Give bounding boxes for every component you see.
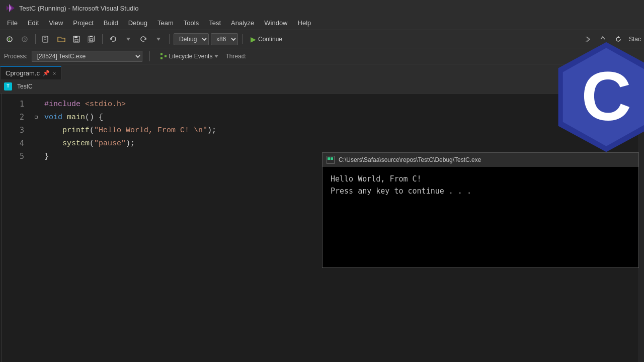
- debug-toolbar: Process: [28524] TestC.exe Lifecycle Eve…: [0, 48, 644, 64]
- thread-label: Thread:: [225, 53, 246, 60]
- line-num-2: 2: [20, 111, 24, 124]
- redo-button[interactable]: [137, 33, 150, 46]
- project-icon: T: [4, 82, 12, 90]
- continue-label: Continue: [258, 36, 282, 43]
- line-num-5: 5: [20, 150, 24, 163]
- navigate-forward-button[interactable]: [18, 33, 31, 46]
- collapse-gutter: ⊟: [32, 94, 40, 362]
- navigate-back-button[interactable]: [3, 33, 16, 46]
- vs-logo-icon: [6, 4, 15, 13]
- tab-pin-button[interactable]: 📌: [43, 70, 50, 76]
- line-num-3: 3: [20, 124, 24, 137]
- new-file-button[interactable]: [40, 33, 53, 46]
- debug-sep: [149, 51, 150, 61]
- c-logo-container: C: [548, 39, 644, 155]
- console-body: Hello World, From C! Press any key to co…: [323, 167, 638, 267]
- svg-rect-7: [75, 39, 78, 42]
- tab-close-button[interactable]: ×: [53, 70, 56, 76]
- open-file-button[interactable]: [55, 33, 68, 46]
- undo-dropdown-button[interactable]: [122, 33, 135, 46]
- process-dropdown[interactable]: [28524] TestC.exe: [32, 51, 142, 62]
- save-all-button[interactable]: [85, 33, 98, 46]
- svg-text:C: C: [581, 57, 631, 135]
- gutter-line-2[interactable]: ⊟: [35, 111, 38, 124]
- title-bar: TestC (Running) - Microsoft Visual Studi…: [0, 0, 644, 16]
- tab-filename: Cprogram.c: [6, 69, 40, 77]
- menu-bar: File Edit View Project Build Debug Team …: [0, 16, 644, 30]
- svg-rect-6: [74, 36, 77, 38]
- c-logo-svg: C: [548, 39, 644, 155]
- menu-debug[interactable]: Debug: [123, 17, 152, 29]
- menu-window[interactable]: Window: [259, 17, 292, 29]
- menu-project[interactable]: Project: [68, 17, 98, 29]
- svg-rect-15: [328, 157, 330, 160]
- svg-rect-14: [165, 55, 167, 57]
- toolbar: Debug x86 ▶ Continue Stac: [0, 30, 644, 48]
- play-icon: ▶: [251, 35, 256, 43]
- console-title-path: C:\Users\Safaa\source\repos\TestC\Debug\…: [339, 156, 634, 163]
- toolbar-sep-4: [242, 34, 243, 44]
- line-numbers: 1 2 3 4 5: [2, 94, 32, 362]
- menu-edit[interactable]: Edit: [23, 17, 44, 29]
- menu-file[interactable]: File: [2, 17, 23, 29]
- toolbar-sep-1: [35, 34, 36, 44]
- console-window: C:\Users\Safaa\source\repos\TestC\Debug\…: [322, 152, 639, 268]
- console-line-2: Press any key to continue . . .: [331, 185, 630, 197]
- console-icon: [327, 156, 335, 164]
- svg-rect-10: [90, 36, 93, 37]
- console-line-1: Hello World, From C!: [331, 173, 630, 185]
- svg-rect-11: [90, 39, 93, 41]
- svg-rect-13: [160, 57, 163, 59]
- svg-point-1: [22, 37, 27, 42]
- tab-bar: Cprogram.c 📌 ×: [0, 64, 644, 79]
- menu-analyze[interactable]: Analyze: [226, 17, 259, 29]
- editor-area: Cprogram.c 📌 × T TestC (Global Scope) 1 …: [0, 64, 644, 362]
- toolbar-sep-3: [169, 34, 170, 44]
- menu-test[interactable]: Test: [204, 17, 226, 29]
- menu-tools[interactable]: Tools: [179, 17, 204, 29]
- svg-point-0: [7, 37, 12, 42]
- line-num-1: 1: [20, 98, 24, 111]
- toolbar-sep-2: [102, 34, 103, 44]
- menu-build[interactable]: Build: [99, 17, 123, 29]
- save-button[interactable]: [70, 33, 83, 46]
- undo-button[interactable]: [107, 33, 120, 46]
- redo-dropdown-button[interactable]: [152, 33, 165, 46]
- config-dropdown[interactable]: Debug: [174, 33, 209, 45]
- file-tab[interactable]: Cprogram.c 📌 ×: [0, 66, 61, 79]
- svg-rect-16: [331, 157, 333, 160]
- line-num-4: 4: [20, 137, 24, 150]
- project-dropdown[interactable]: TestC: [15, 82, 590, 90]
- lifecycle-label: Lifecycle Events: [169, 53, 213, 60]
- collapse-button[interactable]: ⊟: [35, 114, 38, 120]
- menu-view[interactable]: View: [44, 17, 68, 29]
- process-label: Process:: [4, 53, 28, 60]
- svg-rect-12: [160, 53, 163, 55]
- file-path-bar: T TestC (Global Scope): [0, 79, 644, 94]
- console-title-bar[interactable]: C:\Users\Safaa\source\repos\TestC\Debug\…: [323, 153, 638, 167]
- title-bar-text: TestC (Running) - Microsoft Visual Studi…: [19, 5, 138, 12]
- continue-button[interactable]: ▶ Continue: [247, 33, 286, 45]
- platform-dropdown[interactable]: x86: [211, 33, 238, 45]
- menu-team[interactable]: Team: [152, 17, 179, 29]
- lifecycle-events-button[interactable]: Lifecycle Events: [157, 53, 222, 60]
- menu-help[interactable]: Help: [293, 17, 316, 29]
